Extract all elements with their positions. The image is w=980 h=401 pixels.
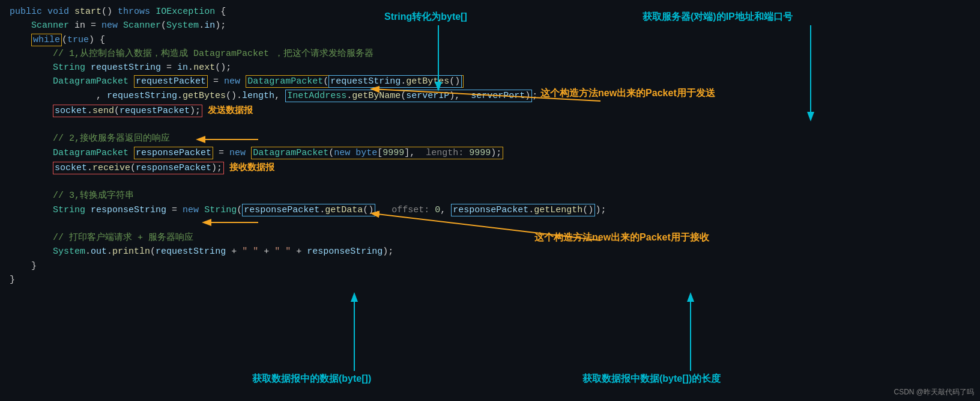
- code-line-13: [10, 175, 970, 189]
- code-line-2: Scanner in = new Scanner(System.in);: [10, 19, 970, 32]
- code-line-16: [10, 217, 970, 231]
- code-line-5: String requestString = in.next();: [10, 61, 970, 75]
- code-line-11: DatagramPacket responsePacket = new Data…: [10, 146, 970, 160]
- code-line-17: // 打印客户端请求 + 服务器响应: [10, 231, 970, 245]
- code-line-14: // 3,转换成字符串: [10, 189, 970, 203]
- code-line-1: public void start() throws IOException {: [10, 5, 970, 19]
- annotation-get-length: 获取数据报中数据(byte[])的长度: [582, 373, 721, 385]
- code-line-20: }: [10, 273, 970, 287]
- code-area: public void start() throws IOException {…: [0, 0, 980, 401]
- code-line-6: DatagramPacket requestPacket = new Datag…: [10, 75, 970, 88]
- code-line-9: [10, 118, 970, 132]
- code-line-12: socket.receive(responsePacket); 接收数据报: [10, 160, 970, 175]
- code-line-10: // 2,接收服务器返回的响应: [10, 132, 970, 145]
- watermark: CSDN @昨天敲代码了吗: [894, 387, 974, 397]
- code-line-3: while(true) {: [10, 33, 970, 47]
- code-line-15: String responseString = new String(respo…: [10, 203, 970, 217]
- code-line-4: // 1,从控制台输入数据，构造成 DatagramPacket ，把这个请求发…: [10, 47, 970, 61]
- annotation-get-data: 获取数据报中的数据(byte[]): [252, 373, 371, 385]
- code-line-18: System.out.println(requestString + " " +…: [10, 245, 970, 259]
- code-line-19: }: [10, 259, 970, 273]
- code-line-8: socket.send(requestPacket); 发送数据报: [10, 103, 970, 118]
- code-line-7: , requestString.getBytes().length, InetA…: [10, 89, 970, 103]
